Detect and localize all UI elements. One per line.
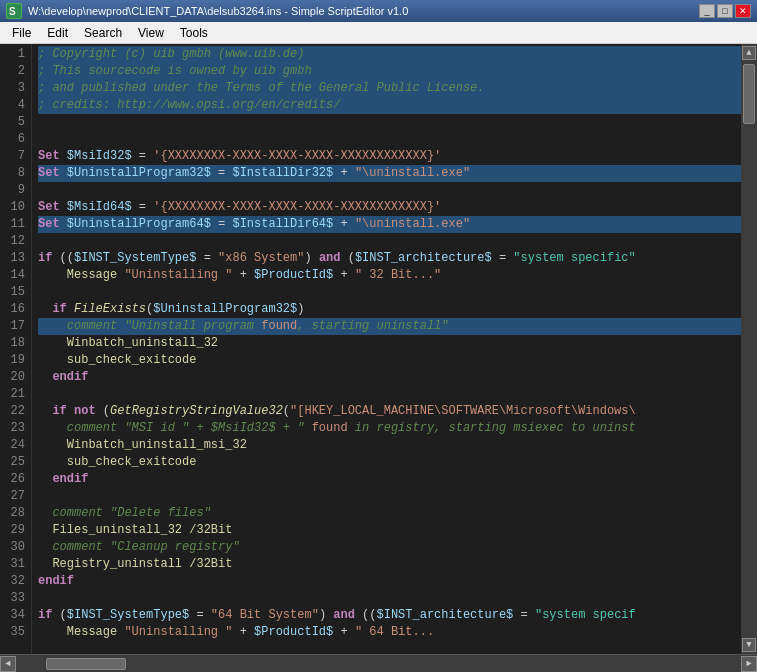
ln-20: 20 <box>0 369 25 386</box>
ln-25: 25 <box>0 454 25 471</box>
editor-container: 1 2 3 4 5 6 7 8 9 10 11 12 13 14 15 16 1… <box>0 44 757 654</box>
scroll-up-arrow[interactable]: ▲ <box>742 46 756 60</box>
menu-search[interactable]: Search <box>76 24 130 42</box>
code-line-16: if FileExists($UninstallProgram32$) <box>38 301 741 318</box>
ln-32: 32 <box>0 573 25 590</box>
code-line-28: comment "Delete files" <box>38 505 741 522</box>
ln-19: 19 <box>0 352 25 369</box>
ln-6: 6 <box>0 131 25 148</box>
menu-tools[interactable]: Tools <box>172 24 216 42</box>
code-editor[interactable]: ; Copyright (c) uib gmbh (www.uib.de) ; … <box>32 44 741 654</box>
code-line-27 <box>38 488 741 505</box>
ln-13: 13 <box>0 250 25 267</box>
code-line-18: Winbatch_uninstall_32 <box>38 335 741 352</box>
code-line-32: endif <box>38 573 741 590</box>
ln-22: 22 <box>0 403 25 420</box>
vertical-scrollbar[interactable]: ▲ ▼ <box>741 44 757 654</box>
code-line-33 <box>38 590 741 607</box>
code-line-2: ; This sourcecode is owned by uib gmbh <box>38 63 741 80</box>
ln-7: 7 <box>0 148 25 165</box>
ln-27: 27 <box>0 488 25 505</box>
ln-31: 31 <box>0 556 25 573</box>
code-line-13: if (($INST_SystemType$ = "x86 System") a… <box>38 250 741 267</box>
ln-17: 17 <box>0 318 25 335</box>
ln-29: 29 <box>0 522 25 539</box>
ln-26: 26 <box>0 471 25 488</box>
code-line-8: Set $UninstallProgram32$ = $InstallDir32… <box>38 165 741 182</box>
menu-view[interactable]: View <box>130 24 172 42</box>
code-line-26: endif <box>38 471 741 488</box>
scroll-track-horizontal[interactable] <box>16 658 741 670</box>
scroll-left-arrow[interactable]: ◄ <box>0 656 16 672</box>
scroll-right-arrow[interactable]: ► <box>741 656 757 672</box>
code-line-10: Set $MsiId64$ = '{XXXXXXXX-XXXX-XXXX-XXX… <box>38 199 741 216</box>
ln-34: 34 <box>0 607 25 624</box>
scroll-down-arrow[interactable]: ▼ <box>742 638 756 652</box>
code-line-19: sub_check_exitcode <box>38 352 741 369</box>
ln-18: 18 <box>0 335 25 352</box>
ln-9: 9 <box>0 182 25 199</box>
scroll-thumb-vertical[interactable] <box>743 64 755 124</box>
close-button[interactable]: ✕ <box>735 4 751 18</box>
code-line-22: if not (GetRegistryStringValue32("[HKEY_… <box>38 403 741 420</box>
code-line-12 <box>38 233 741 250</box>
ln-10: 10 <box>0 199 25 216</box>
menu-edit[interactable]: Edit <box>39 24 76 42</box>
code-line-30: comment "Cleanup registry" <box>38 539 741 556</box>
window-title: W:\develop\newprod\CLIENT_DATA\delsub326… <box>28 5 408 17</box>
code-line-31: Registry_uninstall /32Bit <box>38 556 741 573</box>
ln-8: 8 <box>0 165 25 182</box>
code-line-17: comment "Uninstall program found, starti… <box>38 318 741 335</box>
window-controls[interactable]: _ □ ✕ <box>699 4 751 18</box>
ln-28: 28 <box>0 505 25 522</box>
app-icon: S <box>6 3 22 19</box>
maximize-button[interactable]: □ <box>717 4 733 18</box>
minimize-button[interactable]: _ <box>699 4 715 18</box>
ln-30: 30 <box>0 539 25 556</box>
code-line-20: endif <box>38 369 741 386</box>
code-line-14: Message "Uninstalling " + $ProductId$ + … <box>38 267 741 284</box>
ln-5: 5 <box>0 114 25 131</box>
scroll-thumb-horizontal[interactable] <box>46 658 126 670</box>
ln-23: 23 <box>0 420 25 437</box>
horizontal-scrollbar[interactable]: ◄ ► <box>0 654 757 672</box>
code-line-23: comment "MSI id " + $MsiId32$ + " found … <box>38 420 741 437</box>
code-line-34: if ($INST_SystemType$ = "64 Bit System")… <box>38 607 741 624</box>
code-line-1: ; Copyright (c) uib gmbh (www.uib.de) <box>38 46 741 63</box>
ln-35: 35 <box>0 624 25 641</box>
title-bar: S W:\develop\newprod\CLIENT_DATA\delsub3… <box>0 0 757 22</box>
ln-12: 12 <box>0 233 25 250</box>
ln-3: 3 <box>0 80 25 97</box>
code-line-6 <box>38 131 741 148</box>
code-line-35: Message "Uninstalling " + $ProductId$ + … <box>38 624 741 641</box>
code-line-29: Files_uninstall_32 /32Bit <box>38 522 741 539</box>
code-line-24: Winbatch_uninstall_msi_32 <box>38 437 741 454</box>
code-line-7: Set $MsiId32$ = '{XXXXXXXX-XXXX-XXXX-XXX… <box>38 148 741 165</box>
ln-1: 1 <box>0 46 25 63</box>
ln-4: 4 <box>0 97 25 114</box>
menu-file[interactable]: File <box>4 24 39 42</box>
ln-21: 21 <box>0 386 25 403</box>
code-line-15 <box>38 284 741 301</box>
svg-text:S: S <box>9 6 16 17</box>
ln-15: 15 <box>0 284 25 301</box>
ln-14: 14 <box>0 267 25 284</box>
ln-11: 11 <box>0 216 25 233</box>
code-line-9 <box>38 182 741 199</box>
code-line-25: sub_check_exitcode <box>38 454 741 471</box>
line-numbers: 1 2 3 4 5 6 7 8 9 10 11 12 13 14 15 16 1… <box>0 44 32 654</box>
code-line-3: ; and published under the Terms of the G… <box>38 80 741 97</box>
ln-24: 24 <box>0 437 25 454</box>
ln-33: 33 <box>0 590 25 607</box>
ln-16: 16 <box>0 301 25 318</box>
menu-bar: File Edit Search View Tools <box>0 22 757 44</box>
ln-2: 2 <box>0 63 25 80</box>
code-line-4: ; credits: http://www.opsi.org/en/credit… <box>38 97 741 114</box>
code-line-11: Set $UninstallProgram64$ = $InstallDir64… <box>38 216 741 233</box>
code-line-21 <box>38 386 741 403</box>
title-bar-left: S W:\develop\newprod\CLIENT_DATA\delsub3… <box>6 3 408 19</box>
code-line-5 <box>38 114 741 131</box>
